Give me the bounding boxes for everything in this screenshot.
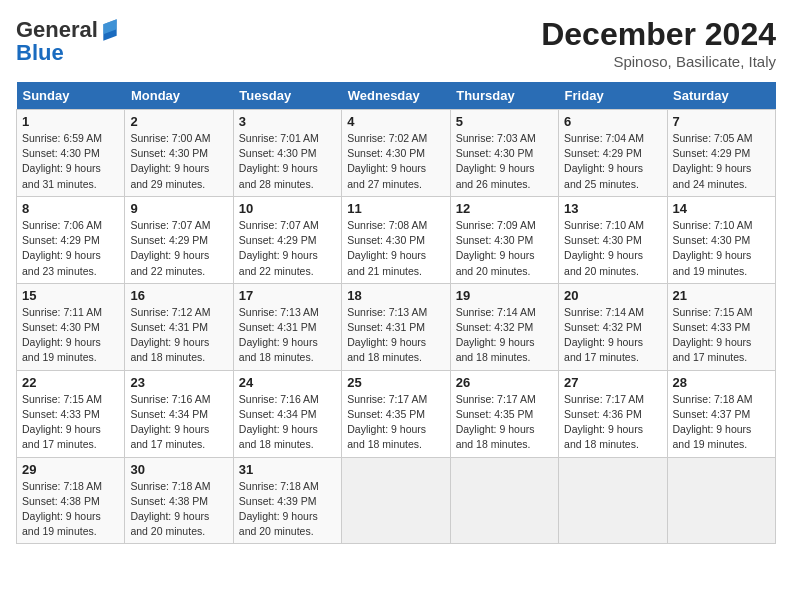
day-number: 7 xyxy=(673,114,770,129)
weekday-thursday: Thursday xyxy=(450,82,558,110)
weekday-wednesday: Wednesday xyxy=(342,82,450,110)
calendar-cell: 30Sunrise: 7:18 AMSunset: 4:38 PMDayligh… xyxy=(125,457,233,544)
calendar-cell xyxy=(450,457,558,544)
calendar-cell: 14Sunrise: 7:10 AMSunset: 4:30 PMDayligh… xyxy=(667,196,775,283)
day-info: Sunrise: 7:18 AMSunset: 4:39 PMDaylight:… xyxy=(239,479,336,540)
calendar-cell: 19Sunrise: 7:14 AMSunset: 4:32 PMDayligh… xyxy=(450,283,558,370)
day-number: 20 xyxy=(564,288,661,303)
calendar-cell: 2Sunrise: 7:00 AMSunset: 4:30 PMDaylight… xyxy=(125,110,233,197)
day-number: 30 xyxy=(130,462,227,477)
day-number: 2 xyxy=(130,114,227,129)
day-number: 9 xyxy=(130,201,227,216)
calendar-cell xyxy=(559,457,667,544)
day-info: Sunrise: 7:15 AMSunset: 4:33 PMDaylight:… xyxy=(673,305,770,366)
day-info: Sunrise: 7:12 AMSunset: 4:31 PMDaylight:… xyxy=(130,305,227,366)
calendar-cell xyxy=(667,457,775,544)
calendar-cell: 31Sunrise: 7:18 AMSunset: 4:39 PMDayligh… xyxy=(233,457,341,544)
calendar-cell: 4Sunrise: 7:02 AMSunset: 4:30 PMDaylight… xyxy=(342,110,450,197)
day-info: Sunrise: 7:17 AMSunset: 4:35 PMDaylight:… xyxy=(347,392,444,453)
day-number: 14 xyxy=(673,201,770,216)
calendar-cell: 13Sunrise: 7:10 AMSunset: 4:30 PMDayligh… xyxy=(559,196,667,283)
calendar-cell: 5Sunrise: 7:03 AMSunset: 4:30 PMDaylight… xyxy=(450,110,558,197)
day-info: Sunrise: 7:13 AMSunset: 4:31 PMDaylight:… xyxy=(239,305,336,366)
calendar-title: December 2024 xyxy=(541,16,776,53)
day-info: Sunrise: 6:59 AMSunset: 4:30 PMDaylight:… xyxy=(22,131,119,192)
weekday-header-row: SundayMondayTuesdayWednesdayThursdayFrid… xyxy=(17,82,776,110)
day-number: 13 xyxy=(564,201,661,216)
calendar-cell: 21Sunrise: 7:15 AMSunset: 4:33 PMDayligh… xyxy=(667,283,775,370)
calendar-week-5: 29Sunrise: 7:18 AMSunset: 4:38 PMDayligh… xyxy=(17,457,776,544)
calendar-cell: 3Sunrise: 7:01 AMSunset: 4:30 PMDaylight… xyxy=(233,110,341,197)
day-info: Sunrise: 7:02 AMSunset: 4:30 PMDaylight:… xyxy=(347,131,444,192)
day-info: Sunrise: 7:05 AMSunset: 4:29 PMDaylight:… xyxy=(673,131,770,192)
day-number: 22 xyxy=(22,375,119,390)
logo: General Blue xyxy=(16,16,120,66)
day-info: Sunrise: 7:17 AMSunset: 4:36 PMDaylight:… xyxy=(564,392,661,453)
calendar-week-4: 22Sunrise: 7:15 AMSunset: 4:33 PMDayligh… xyxy=(17,370,776,457)
day-info: Sunrise: 7:06 AMSunset: 4:29 PMDaylight:… xyxy=(22,218,119,279)
calendar-cell: 16Sunrise: 7:12 AMSunset: 4:31 PMDayligh… xyxy=(125,283,233,370)
day-number: 23 xyxy=(130,375,227,390)
day-info: Sunrise: 7:07 AMSunset: 4:29 PMDaylight:… xyxy=(130,218,227,279)
day-number: 12 xyxy=(456,201,553,216)
weekday-friday: Friday xyxy=(559,82,667,110)
day-info: Sunrise: 7:03 AMSunset: 4:30 PMDaylight:… xyxy=(456,131,553,192)
calendar-cell: 28Sunrise: 7:18 AMSunset: 4:37 PMDayligh… xyxy=(667,370,775,457)
day-info: Sunrise: 7:16 AMSunset: 4:34 PMDaylight:… xyxy=(239,392,336,453)
calendar-cell: 11Sunrise: 7:08 AMSunset: 4:30 PMDayligh… xyxy=(342,196,450,283)
day-number: 5 xyxy=(456,114,553,129)
calendar-cell: 6Sunrise: 7:04 AMSunset: 4:29 PMDaylight… xyxy=(559,110,667,197)
calendar-cell: 8Sunrise: 7:06 AMSunset: 4:29 PMDaylight… xyxy=(17,196,125,283)
day-number: 11 xyxy=(347,201,444,216)
day-number: 10 xyxy=(239,201,336,216)
day-number: 29 xyxy=(22,462,119,477)
calendar-cell: 29Sunrise: 7:18 AMSunset: 4:38 PMDayligh… xyxy=(17,457,125,544)
day-info: Sunrise: 7:18 AMSunset: 4:38 PMDaylight:… xyxy=(130,479,227,540)
day-info: Sunrise: 7:01 AMSunset: 4:30 PMDaylight:… xyxy=(239,131,336,192)
day-number: 26 xyxy=(456,375,553,390)
day-info: Sunrise: 7:15 AMSunset: 4:33 PMDaylight:… xyxy=(22,392,119,453)
day-number: 17 xyxy=(239,288,336,303)
day-info: Sunrise: 7:14 AMSunset: 4:32 PMDaylight:… xyxy=(456,305,553,366)
calendar-cell: 1Sunrise: 6:59 AMSunset: 4:30 PMDaylight… xyxy=(17,110,125,197)
day-number: 28 xyxy=(673,375,770,390)
weekday-tuesday: Tuesday xyxy=(233,82,341,110)
day-info: Sunrise: 7:08 AMSunset: 4:30 PMDaylight:… xyxy=(347,218,444,279)
day-number: 15 xyxy=(22,288,119,303)
day-number: 31 xyxy=(239,462,336,477)
weekday-monday: Monday xyxy=(125,82,233,110)
day-info: Sunrise: 7:14 AMSunset: 4:32 PMDaylight:… xyxy=(564,305,661,366)
weekday-sunday: Sunday xyxy=(17,82,125,110)
page-header: General Blue December 2024 Spinoso, Basi… xyxy=(16,16,776,70)
calendar-cell: 26Sunrise: 7:17 AMSunset: 4:35 PMDayligh… xyxy=(450,370,558,457)
day-number: 27 xyxy=(564,375,661,390)
calendar-body: 1Sunrise: 6:59 AMSunset: 4:30 PMDaylight… xyxy=(17,110,776,544)
day-number: 19 xyxy=(456,288,553,303)
calendar-cell: 17Sunrise: 7:13 AMSunset: 4:31 PMDayligh… xyxy=(233,283,341,370)
day-info: Sunrise: 7:07 AMSunset: 4:29 PMDaylight:… xyxy=(239,218,336,279)
title-block: December 2024 Spinoso, Basilicate, Italy xyxy=(541,16,776,70)
calendar-cell: 7Sunrise: 7:05 AMSunset: 4:29 PMDaylight… xyxy=(667,110,775,197)
day-number: 25 xyxy=(347,375,444,390)
calendar-subtitle: Spinoso, Basilicate, Italy xyxy=(541,53,776,70)
calendar-cell: 18Sunrise: 7:13 AMSunset: 4:31 PMDayligh… xyxy=(342,283,450,370)
calendar-cell: 25Sunrise: 7:17 AMSunset: 4:35 PMDayligh… xyxy=(342,370,450,457)
day-info: Sunrise: 7:04 AMSunset: 4:29 PMDaylight:… xyxy=(564,131,661,192)
day-info: Sunrise: 7:11 AMSunset: 4:30 PMDaylight:… xyxy=(22,305,119,366)
day-number: 3 xyxy=(239,114,336,129)
day-number: 8 xyxy=(22,201,119,216)
day-number: 4 xyxy=(347,114,444,129)
calendar-cell: 20Sunrise: 7:14 AMSunset: 4:32 PMDayligh… xyxy=(559,283,667,370)
calendar-week-3: 15Sunrise: 7:11 AMSunset: 4:30 PMDayligh… xyxy=(17,283,776,370)
day-number: 6 xyxy=(564,114,661,129)
calendar-cell: 15Sunrise: 7:11 AMSunset: 4:30 PMDayligh… xyxy=(17,283,125,370)
day-info: Sunrise: 7:10 AMSunset: 4:30 PMDaylight:… xyxy=(564,218,661,279)
calendar-cell: 12Sunrise: 7:09 AMSunset: 4:30 PMDayligh… xyxy=(450,196,558,283)
day-info: Sunrise: 7:17 AMSunset: 4:35 PMDaylight:… xyxy=(456,392,553,453)
calendar-cell: 9Sunrise: 7:07 AMSunset: 4:29 PMDaylight… xyxy=(125,196,233,283)
weekday-saturday: Saturday xyxy=(667,82,775,110)
calendar-cell: 10Sunrise: 7:07 AMSunset: 4:29 PMDayligh… xyxy=(233,196,341,283)
day-number: 16 xyxy=(130,288,227,303)
calendar-cell: 23Sunrise: 7:16 AMSunset: 4:34 PMDayligh… xyxy=(125,370,233,457)
day-number: 21 xyxy=(673,288,770,303)
